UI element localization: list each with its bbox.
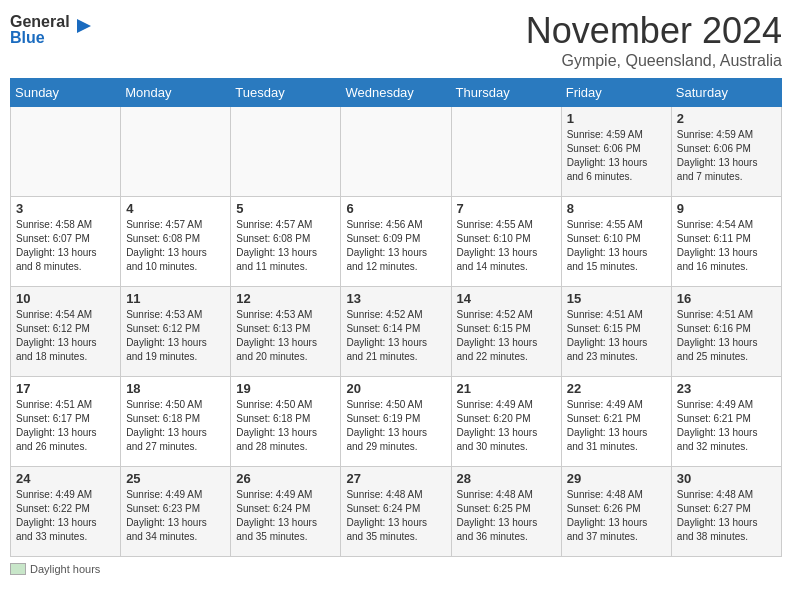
- calendar-cell: 5Sunrise: 4:57 AM Sunset: 6:08 PM Daylig…: [231, 197, 341, 287]
- title-area: November 2024 Gympie, Queensland, Austra…: [526, 10, 782, 70]
- calendar-cell: 23Sunrise: 4:49 AM Sunset: 6:21 PM Dayli…: [671, 377, 781, 467]
- calendar-cell: 18Sunrise: 4:50 AM Sunset: 6:18 PM Dayli…: [121, 377, 231, 467]
- day-number: 6: [346, 201, 445, 216]
- calendar-header-thursday: Thursday: [451, 79, 561, 107]
- day-info: Sunrise: 4:50 AM Sunset: 6:19 PM Dayligh…: [346, 398, 445, 454]
- logo-blue: Blue: [10, 30, 70, 46]
- day-info: Sunrise: 4:53 AM Sunset: 6:13 PM Dayligh…: [236, 308, 335, 364]
- calendar-cell: [451, 107, 561, 197]
- day-number: 14: [457, 291, 556, 306]
- calendar-week-5: 24Sunrise: 4:49 AM Sunset: 6:22 PM Dayli…: [11, 467, 782, 557]
- day-info: Sunrise: 4:49 AM Sunset: 6:21 PM Dayligh…: [567, 398, 666, 454]
- day-number: 28: [457, 471, 556, 486]
- calendar-cell: 3Sunrise: 4:58 AM Sunset: 6:07 PM Daylig…: [11, 197, 121, 287]
- calendar-cell: 17Sunrise: 4:51 AM Sunset: 6:17 PM Dayli…: [11, 377, 121, 467]
- day-number: 3: [16, 201, 115, 216]
- calendar-cell: 10Sunrise: 4:54 AM Sunset: 6:12 PM Dayli…: [11, 287, 121, 377]
- day-info: Sunrise: 4:50 AM Sunset: 6:18 PM Dayligh…: [236, 398, 335, 454]
- calendar-week-2: 3Sunrise: 4:58 AM Sunset: 6:07 PM Daylig…: [11, 197, 782, 287]
- calendar-week-3: 10Sunrise: 4:54 AM Sunset: 6:12 PM Dayli…: [11, 287, 782, 377]
- day-info: Sunrise: 4:48 AM Sunset: 6:26 PM Dayligh…: [567, 488, 666, 544]
- logo-text: General Blue: [10, 14, 70, 46]
- day-number: 20: [346, 381, 445, 396]
- day-info: Sunrise: 4:55 AM Sunset: 6:10 PM Dayligh…: [567, 218, 666, 274]
- day-number: 16: [677, 291, 776, 306]
- calendar-cell: 7Sunrise: 4:55 AM Sunset: 6:10 PM Daylig…: [451, 197, 561, 287]
- logo-general: General: [10, 14, 70, 30]
- location-title: Gympie, Queensland, Australia: [526, 52, 782, 70]
- day-info: Sunrise: 4:48 AM Sunset: 6:25 PM Dayligh…: [457, 488, 556, 544]
- day-info: Sunrise: 4:52 AM Sunset: 6:14 PM Dayligh…: [346, 308, 445, 364]
- calendar-header-monday: Monday: [121, 79, 231, 107]
- day-number: 8: [567, 201, 666, 216]
- day-info: Sunrise: 4:59 AM Sunset: 6:06 PM Dayligh…: [677, 128, 776, 184]
- calendar-header-wednesday: Wednesday: [341, 79, 451, 107]
- day-number: 25: [126, 471, 225, 486]
- calendar-cell: 6Sunrise: 4:56 AM Sunset: 6:09 PM Daylig…: [341, 197, 451, 287]
- day-info: Sunrise: 4:48 AM Sunset: 6:24 PM Dayligh…: [346, 488, 445, 544]
- calendar-cell: 21Sunrise: 4:49 AM Sunset: 6:20 PM Dayli…: [451, 377, 561, 467]
- calendar-cell: [11, 107, 121, 197]
- calendar-cell: 1Sunrise: 4:59 AM Sunset: 6:06 PM Daylig…: [561, 107, 671, 197]
- day-info: Sunrise: 4:48 AM Sunset: 6:27 PM Dayligh…: [677, 488, 776, 544]
- month-title: November 2024: [526, 10, 782, 52]
- calendar-cell: 26Sunrise: 4:49 AM Sunset: 6:24 PM Dayli…: [231, 467, 341, 557]
- day-number: 26: [236, 471, 335, 486]
- day-number: 21: [457, 381, 556, 396]
- day-info: Sunrise: 4:56 AM Sunset: 6:09 PM Dayligh…: [346, 218, 445, 274]
- calendar-cell: 20Sunrise: 4:50 AM Sunset: 6:19 PM Dayli…: [341, 377, 451, 467]
- logo-wrap: General Blue: [10, 14, 95, 46]
- day-info: Sunrise: 4:54 AM Sunset: 6:12 PM Dayligh…: [16, 308, 115, 364]
- calendar-cell: 9Sunrise: 4:54 AM Sunset: 6:11 PM Daylig…: [671, 197, 781, 287]
- calendar-cell: 11Sunrise: 4:53 AM Sunset: 6:12 PM Dayli…: [121, 287, 231, 377]
- calendar-table: SundayMondayTuesdayWednesdayThursdayFrid…: [10, 78, 782, 557]
- day-number: 10: [16, 291, 115, 306]
- calendar-cell: 29Sunrise: 4:48 AM Sunset: 6:26 PM Dayli…: [561, 467, 671, 557]
- day-number: 11: [126, 291, 225, 306]
- day-number: 7: [457, 201, 556, 216]
- page-header: General Blue November 2024 Gympie, Queen…: [10, 10, 782, 70]
- day-info: Sunrise: 4:49 AM Sunset: 6:23 PM Dayligh…: [126, 488, 225, 544]
- day-number: 15: [567, 291, 666, 306]
- day-info: Sunrise: 4:57 AM Sunset: 6:08 PM Dayligh…: [126, 218, 225, 274]
- calendar-week-4: 17Sunrise: 4:51 AM Sunset: 6:17 PM Dayli…: [11, 377, 782, 467]
- calendar-cell: [341, 107, 451, 197]
- calendar-cell: 28Sunrise: 4:48 AM Sunset: 6:25 PM Dayli…: [451, 467, 561, 557]
- day-info: Sunrise: 4:53 AM Sunset: 6:12 PM Dayligh…: [126, 308, 225, 364]
- day-info: Sunrise: 4:49 AM Sunset: 6:24 PM Dayligh…: [236, 488, 335, 544]
- day-info: Sunrise: 4:50 AM Sunset: 6:18 PM Dayligh…: [126, 398, 225, 454]
- day-number: 23: [677, 381, 776, 396]
- day-number: 12: [236, 291, 335, 306]
- day-number: 9: [677, 201, 776, 216]
- day-info: Sunrise: 4:57 AM Sunset: 6:08 PM Dayligh…: [236, 218, 335, 274]
- calendar-cell: [231, 107, 341, 197]
- day-number: 2: [677, 111, 776, 126]
- calendar-week-1: 1Sunrise: 4:59 AM Sunset: 6:06 PM Daylig…: [11, 107, 782, 197]
- day-number: 17: [16, 381, 115, 396]
- calendar-cell: 19Sunrise: 4:50 AM Sunset: 6:18 PM Dayli…: [231, 377, 341, 467]
- calendar-cell: 16Sunrise: 4:51 AM Sunset: 6:16 PM Dayli…: [671, 287, 781, 377]
- calendar-cell: 24Sunrise: 4:49 AM Sunset: 6:22 PM Dayli…: [11, 467, 121, 557]
- day-number: 19: [236, 381, 335, 396]
- calendar-header-sunday: Sunday: [11, 79, 121, 107]
- daylight-legend-box: [10, 563, 26, 575]
- svg-marker-0: [77, 19, 91, 33]
- calendar-cell: 14Sunrise: 4:52 AM Sunset: 6:15 PM Dayli…: [451, 287, 561, 377]
- calendar-cell: 2Sunrise: 4:59 AM Sunset: 6:06 PM Daylig…: [671, 107, 781, 197]
- day-number: 22: [567, 381, 666, 396]
- day-info: Sunrise: 4:55 AM Sunset: 6:10 PM Dayligh…: [457, 218, 556, 274]
- day-info: Sunrise: 4:58 AM Sunset: 6:07 PM Dayligh…: [16, 218, 115, 274]
- day-number: 13: [346, 291, 445, 306]
- calendar-cell: 4Sunrise: 4:57 AM Sunset: 6:08 PM Daylig…: [121, 197, 231, 287]
- day-number: 30: [677, 471, 776, 486]
- day-info: Sunrise: 4:49 AM Sunset: 6:20 PM Dayligh…: [457, 398, 556, 454]
- day-number: 29: [567, 471, 666, 486]
- calendar-cell: 15Sunrise: 4:51 AM Sunset: 6:15 PM Dayli…: [561, 287, 671, 377]
- calendar-cell: 8Sunrise: 4:55 AM Sunset: 6:10 PM Daylig…: [561, 197, 671, 287]
- day-number: 5: [236, 201, 335, 216]
- calendar-cell: 22Sunrise: 4:49 AM Sunset: 6:21 PM Dayli…: [561, 377, 671, 467]
- calendar-header-saturday: Saturday: [671, 79, 781, 107]
- calendar-cell: [121, 107, 231, 197]
- day-number: 27: [346, 471, 445, 486]
- day-info: Sunrise: 4:49 AM Sunset: 6:21 PM Dayligh…: [677, 398, 776, 454]
